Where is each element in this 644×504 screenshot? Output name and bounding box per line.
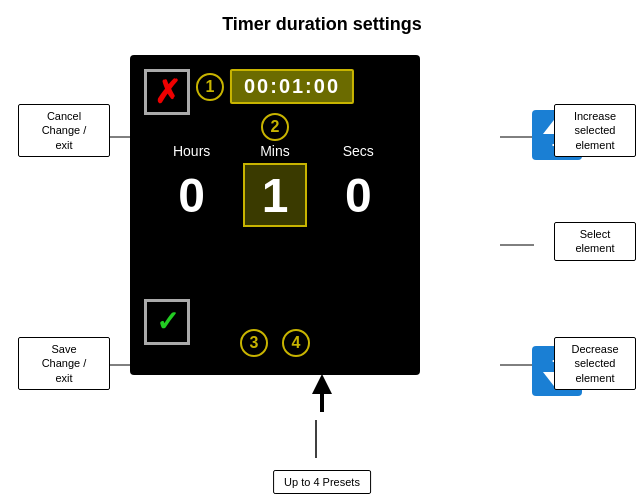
svg-marker-6 (312, 374, 332, 394)
mins-value[interactable]: 1 (243, 163, 307, 227)
circle-1: 1 (196, 73, 224, 101)
hours-value[interactable]: 0 (160, 163, 224, 227)
cancel-callout: Cancel Change / exit (18, 104, 110, 157)
save-icon-box[interactable]: ✓ (144, 299, 190, 345)
cancel-icon-box[interactable]: ✗ (144, 69, 190, 115)
circle-3: 3 (240, 329, 268, 357)
check-icon: ✓ (156, 308, 179, 336)
page-title: Timer duration settings (0, 0, 644, 35)
presets-callout: Up to 4 Presets (273, 470, 371, 494)
secs-label: Secs (326, 143, 390, 159)
main-display: 1 00:01:00 2 ✗ Hours Mins Secs 0 1 0 ✓ 3… (130, 55, 420, 375)
svg-rect-7 (320, 394, 324, 412)
time-display: 00:01:00 (230, 69, 354, 104)
x-icon: ✗ (154, 76, 181, 108)
timer-header: 1 00:01:00 (196, 69, 354, 104)
secs-value[interactable]: 0 (326, 163, 390, 227)
bottom-circles: 3 4 (240, 329, 310, 357)
circle-4: 4 (282, 329, 310, 357)
presets-arrow-indicator (312, 374, 332, 418)
circle-2: 2 (261, 113, 289, 141)
mins-label: Mins (243, 143, 307, 159)
increase-callout: Increase selected element (554, 104, 636, 157)
decrease-callout: Decrease selected element (554, 337, 636, 390)
select-callout: Select element (554, 222, 636, 261)
hours-label: Hours (160, 143, 224, 159)
save-callout: Save Change / exit (18, 337, 110, 390)
values-row: 0 1 0 (130, 163, 420, 227)
unit-labels-row: Hours Mins Secs (130, 143, 420, 159)
